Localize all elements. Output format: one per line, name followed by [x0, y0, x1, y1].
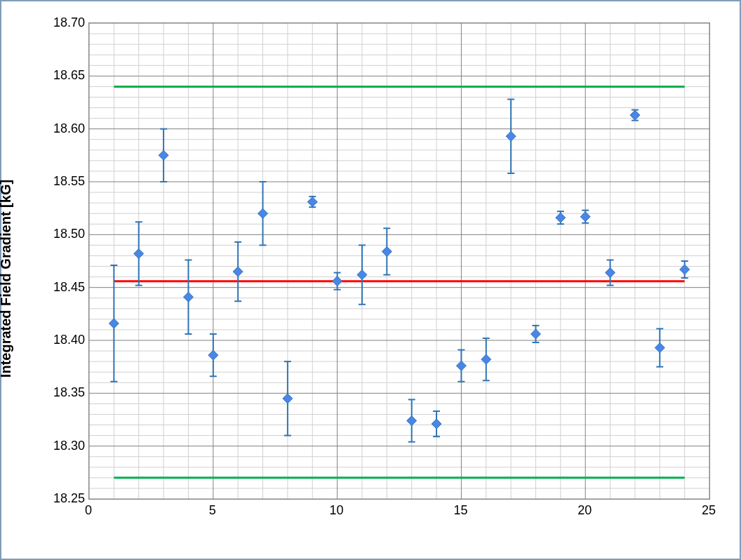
- data-marker: [183, 292, 193, 302]
- data-marker: [506, 131, 516, 141]
- x-tick-label: 15: [453, 503, 467, 518]
- data-marker: [258, 208, 268, 218]
- y-tick-label: 18.60: [50, 121, 85, 135]
- data-marker: [456, 361, 466, 371]
- data-marker: [580, 212, 590, 222]
- data-marker: [407, 416, 417, 426]
- plot-area: [88, 22, 710, 500]
- y-tick-label: 18.50: [50, 227, 85, 241]
- data-marker: [382, 246, 392, 256]
- y-tick-label: 18.30: [50, 438, 85, 453]
- y-tick-label: 18.25: [50, 491, 85, 506]
- reference-lines-layer: [89, 23, 709, 499]
- data-marker: [208, 350, 218, 360]
- data-marker: [630, 110, 640, 120]
- y-tick-label: 18.45: [50, 279, 85, 294]
- chart-frame: Integrated Field Gradient [kG] 18.2518.3…: [0, 0, 741, 560]
- data-marker: [134, 248, 144, 258]
- data-marker: [530, 329, 540, 339]
- x-tick-label: 5: [209, 503, 216, 518]
- chart-container: Integrated Field Gradient [kG] 18.2518.3…: [46, 15, 717, 542]
- data-marker: [680, 265, 690, 274]
- y-tick-label: 18.65: [50, 68, 85, 83]
- y-tick-label: 18.40: [50, 333, 85, 347]
- data-marker: [655, 343, 665, 353]
- y-tick-label: 18.55: [50, 174, 85, 189]
- grid-layer: [89, 23, 709, 499]
- data-marker: [556, 213, 566, 222]
- data-marker: [159, 150, 168, 160]
- data-marker: [333, 276, 342, 286]
- y-tick-label: 18.35: [50, 385, 85, 400]
- x-tick-label: 25: [702, 503, 716, 518]
- data-marker: [481, 354, 491, 364]
- x-tick-label: 0: [85, 503, 92, 518]
- data-marker: [283, 394, 293, 404]
- data-marker: [357, 270, 367, 280]
- data-marker: [109, 319, 119, 328]
- data-marker: [432, 419, 441, 429]
- y-tick-label: 18.70: [50, 15, 85, 30]
- data-marker: [307, 197, 317, 207]
- x-tick-label: 20: [578, 503, 592, 518]
- y-axis-label: Integrated Field Gradient [kG]: [0, 180, 14, 378]
- data-marker: [233, 267, 243, 276]
- data-layer: [89, 23, 709, 499]
- x-tick-label: 10: [330, 503, 344, 518]
- data-marker: [606, 268, 615, 278]
